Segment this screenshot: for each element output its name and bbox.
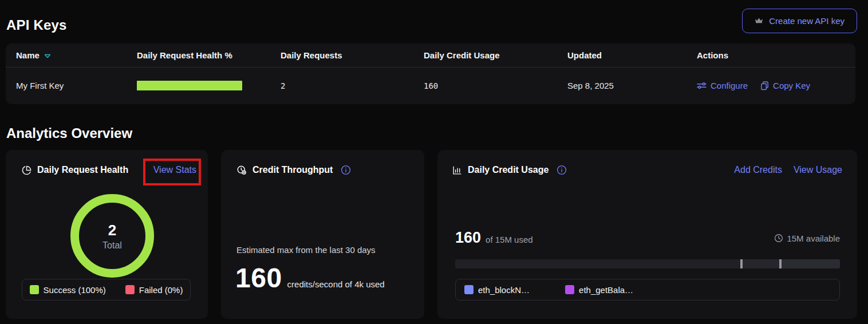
table-header-row: Name Daily Request Health % Daily Reques… — [6, 44, 855, 68]
throughput-unit: credits/second of 4k used — [287, 279, 385, 289]
column-header-updated: Updated — [567, 50, 697, 60]
credits-available-label: 15M available — [787, 234, 840, 243]
progress-tick-marker — [740, 259, 743, 268]
throughput-value-row: 160 credits/second of 4k used — [235, 262, 413, 294]
progress-segment-mid — [741, 259, 780, 268]
eth-blocknumber-swatch — [464, 285, 474, 294]
legend-item-eth-getbalance: eth_getBala… — [565, 285, 633, 295]
create-api-key-label: Create new API key — [769, 16, 845, 26]
usage-card-title: Daily Credit Usage — [468, 165, 549, 175]
configure-button[interactable]: Configure — [697, 81, 748, 90]
analytics-overview-title: Analytics Overview — [6, 125, 132, 141]
view-stats-link[interactable]: View Stats — [153, 165, 196, 175]
gauge-icon — [236, 165, 247, 175]
progress-segment-right — [780, 259, 840, 268]
usage-legend: eth_blockN… eth_getBala… — [455, 279, 840, 301]
info-icon[interactable] — [557, 165, 567, 175]
legend-item-eth-blocknumber: eth_blockN… — [464, 285, 530, 295]
success-swatch — [30, 285, 39, 294]
table-row: My First Key 2 160 Sep 8, 2025 Configure… — [6, 68, 855, 104]
page-title: API Keys — [6, 17, 67, 33]
create-api-key-button[interactable]: Create new API key — [742, 9, 857, 33]
copy-key-button[interactable]: Copy Key — [760, 81, 810, 90]
column-header-name[interactable]: Name — [16, 50, 137, 60]
health-bar-cell — [137, 81, 281, 90]
legend-item-failed: Failed (0%) — [125, 285, 183, 295]
add-credits-link[interactable]: Add Credits — [734, 165, 782, 175]
request-health-donut-chart: 2 Total — [70, 194, 154, 278]
usage-summary-row: 160 of 15M used 15M available — [455, 229, 840, 247]
column-header-health: Daily Request Health % — [137, 50, 281, 60]
eth-getbalance-swatch — [565, 285, 574, 294]
column-header-actions: Actions — [697, 50, 855, 60]
failed-swatch — [125, 285, 135, 294]
credits-used-label: of 15M used — [486, 235, 533, 244]
bar-chart-icon — [452, 165, 462, 175]
daily-credit-usage-value: 160 — [424, 81, 567, 90]
health-bar — [137, 81, 242, 90]
daily-requests-value: 2 — [281, 81, 424, 90]
progress-tick-marker — [779, 259, 782, 268]
throughput-value: 160 — [235, 262, 282, 294]
crown-icon — [755, 17, 763, 25]
legend-item-success: Success (100%) — [30, 285, 106, 295]
donut-total-value: 2 — [108, 222, 116, 239]
row-actions: Configure Copy Key — [697, 81, 855, 90]
sliders-icon — [697, 81, 707, 90]
pie-chart-icon — [22, 165, 31, 175]
credit-throughput-card: Credit Throughput Estimated max from the… — [221, 150, 424, 319]
view-usage-link[interactable]: View Usage — [794, 165, 842, 175]
donut-total-label: Total — [102, 240, 122, 251]
throughput-card-title: Credit Throughput — [252, 165, 333, 175]
health-card-title: Daily Request Health — [37, 165, 128, 175]
column-header-requests: Daily Requests — [281, 50, 424, 60]
clock-icon — [774, 234, 783, 243]
info-icon[interactable] — [341, 165, 351, 175]
daily-request-health-card: Daily Request Health View Stats 2 Total … — [6, 150, 208, 319]
copy-icon — [760, 81, 769, 90]
throughput-subtitle: Estimated max from the last 30 days — [236, 245, 376, 255]
credits-used-value: 160 — [455, 229, 481, 247]
column-header-credit-usage: Daily Credit Usage — [424, 50, 567, 60]
daily-credit-usage-card: Daily Credit Usage Add Credits View Usag… — [437, 150, 857, 319]
health-legend: Success (100%) Failed (0%) — [22, 279, 191, 301]
api-key-name: My First Key — [16, 81, 137, 90]
credits-available: 15M available — [774, 234, 840, 243]
credit-usage-progress-bar — [455, 259, 840, 268]
updated-value: Sep 8, 2025 — [567, 81, 697, 90]
sort-chevron-icon[interactable] — [44, 54, 51, 58]
api-keys-table: Name Daily Request Health % Daily Reques… — [6, 44, 855, 104]
